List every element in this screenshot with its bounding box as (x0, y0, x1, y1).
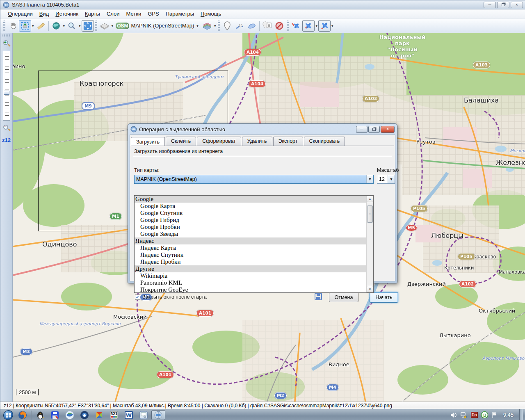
dialog-titlebar[interactable]: Операция с выделенной областью ─ × (128, 124, 397, 135)
scroll-up-icon[interactable]: ▲ (367, 196, 373, 202)
select-region-button[interactable] (19, 20, 31, 32)
taskbar-tux-icon[interactable] (33, 410, 47, 420)
dialog-restore-button[interactable] (368, 126, 380, 133)
taskbar-media-321-icon[interactable]: 321 (107, 410, 121, 420)
dialog-tab[interactable]: Удалить (242, 137, 272, 146)
taskbar-sas-planet-icon[interactable] (151, 410, 165, 420)
dropdown-list-item[interactable]: Google Звезды (135, 231, 373, 237)
gps-track-dropdown[interactable]: ▾ (331, 24, 333, 28)
taskbar-google-earth-icon[interactable] (63, 410, 77, 420)
dialog-tab[interactable]: Сформироват (197, 137, 241, 146)
menu-item[interactable]: Вид (36, 10, 52, 18)
dropdown-list-item[interactable]: Google Гибрид (135, 217, 373, 224)
close-button[interactable]: × (511, 2, 523, 8)
gps-follow-button[interactable] (302, 20, 315, 32)
sidebar-gripper[interactable] (2, 34, 11, 37)
zoom-slider-thumb[interactable] (4, 91, 9, 95)
gps-follow-dropdown[interactable]: ▾ (315, 24, 317, 28)
fullscreen-button[interactable] (82, 20, 94, 32)
zoom-slider[interactable] (3, 51, 10, 121)
dropdown-list-item[interactable]: Wikimapia (135, 272, 373, 279)
menu-item[interactable]: Помощь (197, 10, 224, 18)
search-dropdown[interactable]: ▾ (79, 24, 81, 28)
gps-connect-button[interactable] (290, 20, 302, 32)
scrollbar-thumb[interactable]: ≡ (367, 205, 373, 223)
dropdown-list-item[interactable]: Яндекс Спутник (135, 251, 373, 258)
taskbar-word-icon[interactable]: W (122, 410, 136, 420)
search-button[interactable] (66, 20, 78, 32)
dropdown-list-item[interactable]: Другие (135, 265, 373, 272)
cancel-button[interactable]: Отмена (329, 292, 358, 302)
zoom-in-button[interactable]: + (2, 39, 11, 48)
goto-dropdown[interactable]: ▾ (63, 24, 65, 28)
scroll-down-icon[interactable]: ▼ (367, 286, 373, 292)
combo-arrow-icon[interactable]: ▼ (388, 175, 395, 183)
toolbar-gripper[interactable] (3, 21, 5, 31)
checkbox-check-icon[interactable]: ✔ (135, 294, 140, 300)
dropdown-list-item[interactable]: Google Карта (135, 203, 373, 210)
dialog-close-button[interactable]: × (381, 126, 395, 133)
toolbar-gripper[interactable] (95, 21, 97, 31)
dropdown-list-item[interactable]: Яндекс Пробки (135, 258, 373, 265)
hide-marks-button[interactable] (273, 20, 285, 32)
toolbar-gripper[interactable] (287, 21, 289, 31)
menu-item[interactable]: Метки (123, 10, 145, 18)
layers-button[interactable] (201, 20, 213, 32)
dialog-tab[interactable]: Склеить (166, 137, 196, 146)
network-icon[interactable]: ! (460, 412, 468, 418)
dialog-tab[interactable]: Загрузить (131, 137, 165, 146)
dropdown-list-item[interactable]: Google Пробки (135, 224, 373, 231)
pan-hand-button[interactable] (7, 20, 19, 32)
show-desktop-button[interactable] (519, 409, 523, 420)
taskbar-photos-app-icon[interactable] (92, 410, 106, 420)
menu-item[interactable]: GPS (144, 10, 162, 18)
goto-globe-button[interactable] (50, 20, 62, 32)
action-center-flag-icon[interactable] (491, 412, 498, 418)
map-source-dropdown[interactable]: ▾ (112, 24, 114, 28)
restore-button[interactable] (497, 2, 509, 8)
close-after-start-checkbox[interactable]: ✔ Закрыть окно после старта (135, 294, 207, 300)
start-button[interactable] (1, 410, 15, 420)
dropdown-list-item[interactable]: Яндекс (135, 237, 373, 244)
save-settings-button[interactable] (315, 293, 322, 302)
dialog-tab[interactable]: Скопировать (304, 137, 345, 146)
minimize-button[interactable]: ─ (484, 2, 496, 8)
combo-arrow-icon[interactable]: ▼ (366, 175, 373, 183)
gps-track-button[interactable] (318, 20, 331, 32)
language-indicator[interactable]: En (471, 412, 478, 418)
menu-item[interactable]: Операции (5, 10, 36, 18)
menu-item[interactable]: Карты (82, 10, 103, 18)
ruler-button[interactable] (35, 20, 47, 32)
menu-item[interactable]: Параметры (162, 10, 197, 18)
map-source-selector[interactable]: OSM MAPNIK (OpenStreetMap) ▾ (114, 22, 201, 30)
menu-item[interactable]: Слои (103, 10, 123, 18)
start-button[interactable]: Начать (370, 292, 398, 303)
taskbar-blue-app-icon[interactable] (78, 410, 91, 420)
volume-icon[interactable] (450, 412, 457, 418)
toolbar-gripper[interactable] (218, 21, 220, 31)
dropdown-list-item[interactable]: Покрытие GeoEye (135, 286, 373, 293)
dropdown-list-item[interactable]: Яндекс Карта (135, 244, 373, 251)
map-type-combobox[interactable]: MAPNIK (OpenStreetMap) ▼ (134, 175, 374, 184)
scale-combobox[interactable]: 12 ▼ (377, 175, 395, 184)
dropdown-list-item[interactable]: Google (135, 196, 373, 203)
map-source-button[interactable] (98, 20, 111, 32)
dropdown-list-item[interactable]: Panoramio KML (135, 279, 373, 286)
menu-item[interactable]: Источник (52, 10, 82, 18)
taskbar-floppy-app-icon[interactable] (48, 410, 62, 420)
taskbar-firefox-icon[interactable] (16, 410, 30, 420)
select-region-dropdown[interactable]: ▾ (32, 24, 34, 28)
taskbar-clock[interactable]: 9:45 (503, 412, 514, 418)
add-polygon-button[interactable] (246, 20, 258, 32)
add-path-button[interactable] (233, 20, 246, 32)
add-placemark-button[interactable] (221, 20, 233, 32)
layers-dropdown[interactable]: ▾ (214, 24, 216, 28)
utorrent-icon[interactable]: µ (481, 411, 488, 418)
placemark-manager-button[interactable] (261, 20, 273, 32)
dropdown-list-item[interactable]: Google Спутник (135, 210, 373, 217)
dialog-tab[interactable]: Экспорт (273, 137, 303, 146)
zoom-out-button[interactable]: − (2, 124, 11, 132)
dialog-minimize-button[interactable]: ─ (356, 126, 368, 133)
dropdown-scrollbar[interactable]: ▲ ≡ ▼ (366, 196, 373, 292)
taskbar-presentation-icon[interactable] (137, 410, 151, 420)
